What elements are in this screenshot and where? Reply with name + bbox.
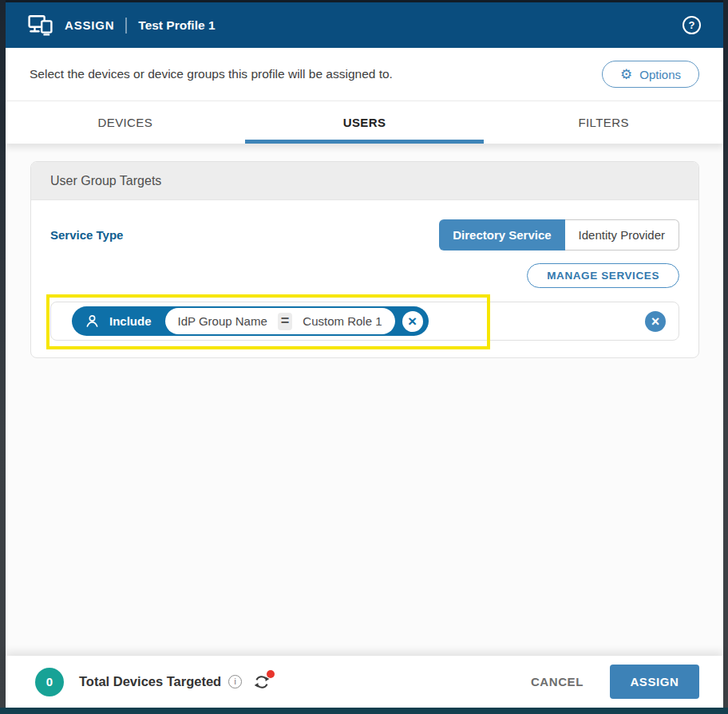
toggle-identity-provider-label: Identity Provider [579,228,665,242]
frame-edge-bottom [0,708,728,714]
equals-operator-icon: = [278,313,293,330]
total-devices-label: Total Devices Targeted [79,674,221,689]
toggle-identity-provider[interactable]: Identity Provider [565,219,679,250]
app-title: ASSIGN [65,18,114,32]
targets-row-wrapper: Include IdP Group Name = Custom Role 1 ×… [50,302,679,341]
card-body: Service Type Directory Service Identity … [31,200,698,357]
chip-mode-label: Include [109,314,152,328]
card-title: User Group Targets [50,174,161,188]
assign-button[interactable]: ASSIGN [610,665,699,699]
chip-attribute: IdP Group Name [178,314,267,328]
profile-name: Test Profile 1 [138,18,215,33]
options-button[interactable]: ⚙ Options [602,61,699,88]
title-divider [125,18,127,34]
device-count-badge: 0 [35,668,64,696]
tab-devices[interactable]: DEVICES [6,101,245,144]
toggle-directory-service[interactable]: Directory Service [439,219,564,250]
chip-criteria[interactable]: IdP Group Name = Custom Role 1 [165,308,395,334]
tab-devices-label: DEVICES [98,116,153,129]
chip-value: Custom Role 1 [303,314,382,328]
service-type-label: Service Type [50,228,123,242]
instruction-text: Select the devices or device groups this… [30,67,393,81]
tab-users[interactable]: USERS [245,101,485,144]
target-group-row: Include IdP Group Name = Custom Role 1 ×… [50,302,679,341]
screenshot-frame: ASSIGN Test Profile 1 ? Select the devic… [0,0,728,714]
clear-row-icon[interactable]: × [645,311,666,332]
tab-users-label: USERS [343,116,386,129]
tab-filters-label: FILTERS [578,116,628,129]
notification-dot [267,670,275,678]
service-type-toggle: Directory Service Identity Provider [439,219,679,250]
info-icon[interactable]: i [228,675,242,688]
manage-services-button[interactable]: MANAGE SERVICES [527,263,679,288]
manage-services-row: MANAGE SERVICES [50,263,679,288]
options-button-label: Options [639,68,681,81]
toggle-directory-service-label: Directory Service [453,228,551,242]
gear-icon: ⚙ [620,68,632,81]
footer-bar: 0 Total Devices Targeted i CANCEL ASSIGN [6,656,723,708]
cancel-button[interactable]: CANCEL [531,675,584,688]
instruction-bar: Select the devices or device groups this… [6,48,723,101]
title-bar: ASSIGN Test Profile 1 ? [6,2,723,48]
main-content: User Group Targets Service Type Director… [6,144,723,656]
frame-edge-left [0,0,6,714]
assign-dialog: ASSIGN Test Profile 1 ? Select the devic… [6,2,723,708]
active-tab-underline [245,140,485,144]
include-group-chip[interactable]: Include IdP Group Name = Custom Role 1 × [72,306,429,336]
devices-icon [28,14,53,37]
frame-edge-right [723,0,728,714]
tab-filters[interactable]: FILTERS [484,101,723,144]
help-icon[interactable]: ? [682,16,701,34]
tab-bar: DEVICES USERS FILTERS [6,101,723,144]
user-group-targets-card: User Group Targets Service Type Director… [30,161,699,358]
refresh-icon[interactable] [252,673,271,692]
service-type-row: Service Type Directory Service Identity … [50,219,679,250]
remove-chip-icon[interactable]: × [402,311,423,332]
user-icon [84,313,101,329]
card-header: User Group Targets [31,162,698,200]
